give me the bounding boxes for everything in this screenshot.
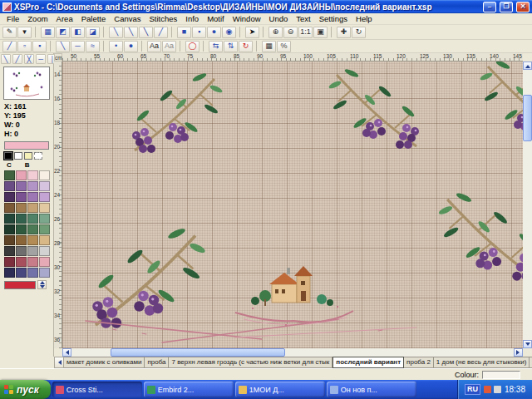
menu-item-window[interactable]: Window xyxy=(229,14,265,23)
palette-swatch[interactable] xyxy=(39,192,50,202)
palette-swatch[interactable] xyxy=(16,214,27,224)
flip-vertical-icon[interactable]: ⇅ xyxy=(224,41,238,52)
tray-icon[interactable] xyxy=(484,386,491,393)
palette-scroll-up-icon[interactable] xyxy=(40,278,45,284)
backstitch-thick-icon[interactable]: ╲ xyxy=(139,27,153,38)
menu-item-settings[interactable]: Settings xyxy=(315,14,352,23)
taskbar-button[interactable]: Cross Sti... xyxy=(52,382,142,397)
menu-item-stitches[interactable]: Stitches xyxy=(145,14,181,23)
palette-swatch[interactable] xyxy=(4,214,15,224)
menu-item-canvas[interactable]: Canvas xyxy=(110,14,145,23)
half-cross-icon[interactable]: ╱ xyxy=(2,41,17,52)
pattern-tab[interactable]: последний вариант xyxy=(332,357,404,368)
palette-swatch[interactable] xyxy=(27,246,38,256)
taskbar-button[interactable]: Embird 2... xyxy=(144,382,234,397)
straight-line-icon[interactable]: ─ xyxy=(71,41,85,52)
palette-swatch[interactable] xyxy=(39,246,50,256)
design-canvas[interactable] xyxy=(62,62,523,348)
palette-swatch[interactable] xyxy=(4,170,15,180)
olive-branch-right-edge-top[interactable] xyxy=(479,62,523,140)
curve-line-icon[interactable]: ≈ xyxy=(86,41,100,52)
palette-swatch[interactable] xyxy=(16,257,27,267)
backstitch-mode-icon[interactable]: ╲ xyxy=(56,41,70,52)
quick-swatch[interactable] xyxy=(14,152,22,160)
palette-swatch[interactable] xyxy=(39,214,50,224)
close-button[interactable]: ✕ xyxy=(516,2,530,12)
language-indicator[interactable]: RU xyxy=(465,384,480,395)
palette-swatch[interactable] xyxy=(16,268,27,278)
stitch-cross-icon[interactable]: ╳ xyxy=(24,54,34,64)
three-quarter-stitch-icon[interactable]: ◪ xyxy=(86,27,100,38)
palette-swatch[interactable] xyxy=(39,170,50,180)
palette-swatch[interactable] xyxy=(27,257,38,267)
palette-swatch[interactable] xyxy=(27,214,38,224)
palette-swatch[interactable] xyxy=(4,257,15,267)
quick-swatch[interactable] xyxy=(4,152,12,160)
palette-swatch[interactable] xyxy=(4,203,15,213)
menu-item-help[interactable]: Help xyxy=(352,14,377,23)
palette-scroll-down-icon[interactable] xyxy=(40,285,45,291)
palette-swatch[interactable] xyxy=(16,192,27,202)
color-ring-icon[interactable]: ◯ xyxy=(185,41,200,52)
zoom-out-icon[interactable]: ⊖ xyxy=(283,27,298,38)
grid-toggle-icon[interactable]: ▦ xyxy=(262,41,276,52)
quick-swatch[interactable] xyxy=(34,152,42,160)
vertical-scrollbar[interactable] xyxy=(523,62,532,348)
menu-item-motif[interactable]: Motif xyxy=(203,14,229,23)
quarter-stitch-icon[interactable]: ◧ xyxy=(71,27,85,38)
start-button[interactable]: пуск xyxy=(0,380,51,399)
stitch-horizontal-icon[interactable]: ─ xyxy=(36,54,46,64)
palette-swatch[interactable] xyxy=(27,192,38,202)
house-motif[interactable] xyxy=(235,266,353,326)
palette-swatch[interactable] xyxy=(16,224,27,234)
horizontal-scroll-thumb[interactable] xyxy=(111,348,285,357)
maximize-button[interactable]: ❐ xyxy=(500,2,513,12)
palette-swatch[interactable] xyxy=(16,246,27,256)
menu-item-text[interactable]: Text xyxy=(292,14,314,23)
backstitch-medium-icon[interactable]: ╲ xyxy=(124,27,138,38)
quarter-petite-icon[interactable]: ▪ xyxy=(32,41,47,52)
palette-swatch[interactable] xyxy=(39,224,50,234)
menu-item-palette[interactable]: Palette xyxy=(77,14,111,23)
text-tool-alt-icon[interactable]: Aa xyxy=(162,41,176,52)
horizontal-scrollbar[interactable] xyxy=(62,348,523,357)
palette-scroll[interactable] xyxy=(37,280,47,289)
palette-swatch[interactable] xyxy=(27,203,38,213)
pattern-tab[interactable]: проба xyxy=(145,357,169,368)
pencil-dropdown-icon[interactable]: ▾ xyxy=(17,27,32,38)
percent-icon[interactable]: % xyxy=(277,41,291,52)
scroll-down-button[interactable] xyxy=(523,340,532,348)
backstitch-thin-icon[interactable]: ╲ xyxy=(109,27,123,38)
palette-swatch[interactable] xyxy=(39,235,50,245)
full-stitch-icon[interactable]: ▦ xyxy=(41,27,55,38)
refresh-icon[interactable]: ↻ xyxy=(352,27,366,38)
minimize-button[interactable]: – xyxy=(483,2,496,12)
olive-branch-top-left[interactable] xyxy=(132,71,224,153)
text-tool-icon[interactable]: Aa xyxy=(147,41,161,52)
half-stitch-icon[interactable]: ◩ xyxy=(56,27,70,38)
palette-swatch[interactable] xyxy=(27,224,38,234)
tab-scroll-left-button[interactable] xyxy=(54,357,64,368)
select-arrow-icon[interactable]: ➤ xyxy=(245,27,259,38)
palette-swatch[interactable] xyxy=(27,268,38,278)
menu-item-info[interactable]: Info xyxy=(181,14,203,23)
pencil-tool-icon[interactable]: ✎ xyxy=(2,27,17,38)
border-stitch-lines[interactable] xyxy=(86,319,416,342)
scroll-up-button[interactable] xyxy=(523,62,532,70)
palette-swatch[interactable] xyxy=(4,268,15,278)
palette-swatch[interactable] xyxy=(27,235,38,245)
knot-small-icon[interactable]: • xyxy=(109,41,123,52)
palette-swatch[interactable] xyxy=(39,257,50,267)
bead-icon[interactable]: ◉ xyxy=(222,27,236,38)
zoom-fit-icon[interactable]: ▣ xyxy=(313,27,328,38)
menu-item-area[interactable]: Area xyxy=(52,14,77,23)
pattern-tab[interactable]: проба 2 xyxy=(404,357,434,368)
taskbar-button[interactable]: 1МОИ Д... xyxy=(235,382,325,397)
palette-swatch[interactable] xyxy=(16,203,27,213)
scroll-left-button[interactable] xyxy=(62,348,71,357)
knot-large-icon[interactable]: ● xyxy=(124,41,138,52)
palette-swatch[interactable] xyxy=(27,170,38,180)
palette-swatch[interactable] xyxy=(4,224,15,234)
menu-item-file[interactable]: File xyxy=(2,14,23,23)
rotate-icon[interactable]: ↻ xyxy=(239,41,253,52)
